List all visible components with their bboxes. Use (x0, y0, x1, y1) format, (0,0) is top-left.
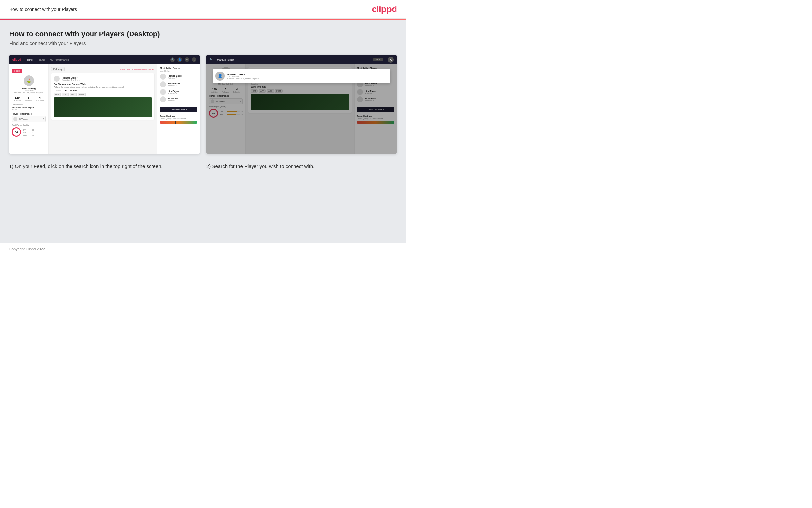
app-logo-1: clippd (12, 58, 21, 61)
player-info-3: Eli Vincent Activities: 1 (168, 97, 197, 102)
player-performance-label: Player Performance (12, 113, 46, 115)
activity-date: Yesterday · The Grove (62, 79, 152, 81)
stat-bars: OTT 79 APP 70 ARG (23, 129, 34, 136)
screenshots-row: clippd Home Teams My Performance 🔍 👤 ⚙ ●… (9, 55, 397, 154)
screenshot-2: 🔍 Marcus Turner CLEAR ✕ Blair McHarg Gol… (206, 55, 397, 154)
player-list-item-2: Hiral Pujara Activities: 3 (160, 89, 197, 95)
search-query[interactable]: Marcus Turner (217, 58, 369, 61)
player-avatar-0 (160, 74, 166, 80)
latest-activity-date: 27 Jul 2022 (12, 109, 46, 111)
hero-subtitle: Find and connect with your Players (9, 40, 397, 46)
control-link[interactable]: Control who can see your activity and da… (121, 68, 154, 70)
player-list-item-1: Piers Parnell Activities: 4 (160, 81, 197, 87)
team-heatmap-subtitle: Player Quality · 20 Round Trend (160, 118, 197, 120)
app-ui-2: 🔍 Marcus Turner CLEAR ✕ Blair McHarg Gol… (206, 55, 397, 154)
activity-meta: Richard Butler Yesterday · The Grove (62, 77, 152, 81)
activity-duration: Duration 02 hr : 00 min (54, 89, 152, 92)
activity-person-name: Richard Butler (62, 77, 152, 79)
hero-title: How to connect with your Players (Deskto… (9, 30, 397, 38)
player-selector-name: Eli Vincent (19, 118, 41, 120)
player-avatar-2 (160, 89, 166, 95)
team-dashboard-button[interactable]: Team Dashboard (160, 107, 197, 112)
tag-ott: OTT (54, 93, 61, 96)
nav-my-performance[interactable]: My Performance (50, 58, 69, 61)
following-button[interactable]: Following (51, 67, 64, 71)
player-activities-0: Activities: 7 (168, 77, 197, 79)
stat-followers: 3 Followers (25, 96, 33, 101)
stat-following: 4 Following (36, 96, 44, 101)
avatar-icon[interactable]: ● (192, 57, 196, 62)
heatmap-indicator (175, 121, 176, 124)
player-avatar-3 (160, 96, 166, 102)
settings-icon[interactable]: ⚙ (185, 57, 189, 62)
search-icon-2: 🔍 (209, 58, 212, 61)
copyright-text: Copyright Clippd 2022 (9, 247, 45, 251)
player-name-0: Richard Butler (168, 75, 197, 77)
tag-arg: ARG (69, 93, 77, 96)
tag-putt: PUTT (78, 93, 86, 96)
close-icon[interactable]: ✕ (388, 57, 393, 63)
player-name-1: Piers Parnell (168, 82, 197, 85)
player-selector[interactable]: Eli Vincent ▾ (12, 116, 46, 122)
profile-club: Mill Ride Golf Club, United Kingdom (12, 92, 46, 93)
search-result-card[interactable]: 👤 Marcus Turner 1.5 Handicap Cypress Poi… (213, 69, 390, 83)
active-players-title: Most Active Players (160, 67, 197, 69)
nav-home[interactable]: Home (26, 58, 33, 61)
activities-label: Activities (14, 99, 21, 101)
latest-activity-label: Latest Activity (12, 103, 46, 105)
app-body-1: Feed ⛳ Blair McHarg Golf Coach Mill Ride… (9, 64, 200, 154)
active-players-subtitle: Last 30 days (160, 70, 197, 72)
bg-team-dashboard-btn: Team Dashboard (357, 107, 394, 112)
app-ui-1: clippd Home Teams My Performance 🔍 👤 ⚙ ●… (9, 55, 200, 154)
tag-row: OTT APP ARG PUTT (54, 93, 152, 96)
clippd-logo: clippd (372, 4, 397, 14)
activity-image (54, 97, 152, 117)
player-avatar-1 (160, 81, 166, 87)
chevron-down-icon: ▾ (43, 118, 44, 120)
team-heatmap-title: Team Heatmap (160, 115, 197, 117)
activity-header: Richard Butler Yesterday · The Grove (54, 76, 152, 82)
main-content: How to connect with your Players (Deskto… (0, 20, 406, 243)
bar-app: APP 70 (23, 132, 34, 134)
app-navbar-2: 🔍 Marcus Turner CLEAR ✕ (206, 55, 397, 64)
player-activities-2: Activities: 3 (168, 92, 197, 94)
page-title: How to connect with your Players (9, 7, 77, 12)
tag-app: APP (62, 93, 68, 96)
search-icon[interactable]: 🔍 (170, 57, 175, 62)
footer: Copyright Clippd 2022 (0, 243, 406, 255)
player-list-item-3: Eli Vincent Activities: 1 (160, 96, 197, 102)
nav-icons: 🔍 👤 ⚙ ● (170, 57, 196, 62)
feed-tab[interactable]: Feed (12, 69, 22, 73)
duration-value: 02 hr : 00 min (62, 89, 77, 92)
followers-num: 3 (25, 96, 33, 99)
search-result-avatar: 👤 (216, 72, 225, 81)
player-activities-1: Activities: 4 (168, 85, 197, 87)
bar-arg: ARG 64 (23, 134, 34, 136)
person-icon[interactable]: 👤 (178, 57, 182, 62)
player-info-0: Richard Butler Activities: 7 (168, 75, 197, 79)
nav-teams[interactable]: Teams (37, 58, 45, 61)
app-navbar-1: clippd Home Teams My Performance 🔍 👤 ⚙ ● (9, 55, 200, 64)
activity-desc: Walking the course with my coach to buil… (54, 86, 152, 88)
quality-label: Total Player Quality (12, 124, 46, 126)
right-panel-1: Most Active Players Last 30 days Richard… (157, 64, 200, 154)
followers-label: Followers (25, 99, 33, 101)
step-2-desc: 2) Search for the Player you wish to con… (206, 163, 397, 170)
heatmap-bar (160, 121, 197, 124)
profile-name: Blair McHarg (12, 87, 46, 90)
activity-avatar (54, 76, 60, 82)
search-result-overlay: 👤 Marcus Turner 1.5 Handicap Cypress Poi… (209, 67, 393, 85)
profile-stats: 129 Activities 3 Followers 4 Following (12, 96, 46, 101)
left-panel-1: Feed ⛳ Blair McHarg Golf Coach Mill Ride… (9, 64, 49, 154)
screenshot-1: clippd Home Teams My Performance 🔍 👤 ⚙ ●… (9, 55, 200, 154)
dimmed-body: Blair McHarg Golf Coach Mill Ride Golf C… (206, 64, 397, 154)
profile-avatar: ⛳ (23, 76, 34, 86)
activity-card: Richard Butler Yesterday · The Grove Pre… (51, 73, 154, 120)
search-result-name: Marcus Turner (227, 73, 259, 76)
player-info-1: Piers Parnell Activities: 4 (168, 82, 197, 87)
center-panel-1: Following Control who can see your activ… (49, 64, 157, 154)
profile-section: ⛳ Blair McHarg Golf Coach Mill Ride Golf… (12, 76, 46, 93)
activity-title: Pre Tournament Course Walk (54, 83, 152, 85)
quality-row: 84 OTT 79 APP 70 (12, 127, 46, 138)
clear-button[interactable]: CLEAR (373, 58, 383, 61)
